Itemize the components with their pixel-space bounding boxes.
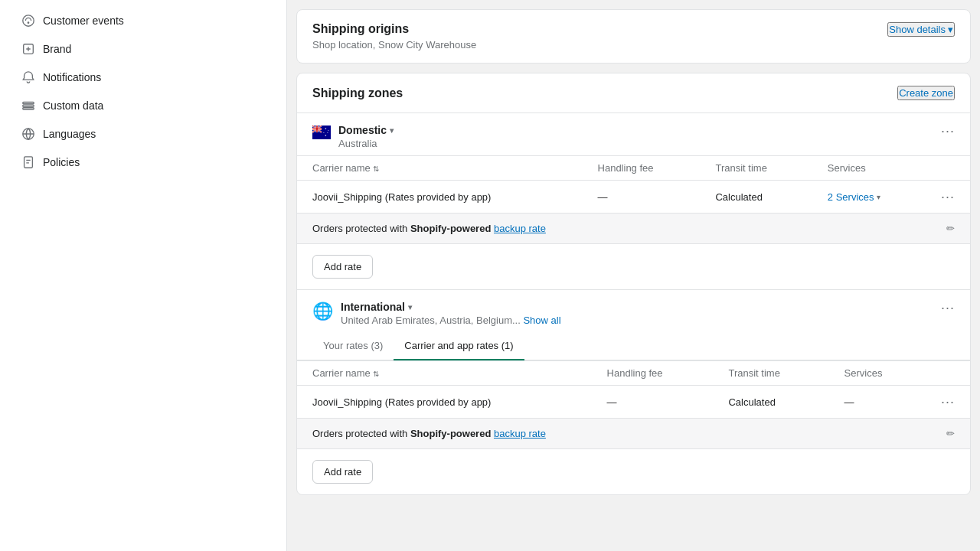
sidebar-item-languages[interactable]: Languages xyxy=(6,120,280,148)
svg-text:★: ★ xyxy=(325,127,327,130)
international-zone-header: 🌐 International ▾ United Arab Emirates, … xyxy=(297,290,970,332)
international-zone-name: International ▾ xyxy=(341,301,561,313)
international-handling-fee: — xyxy=(592,386,714,419)
shipping-origins-info: Shipping origins Shop location, Snow Cit… xyxy=(312,22,476,51)
customer-events-icon xyxy=(21,14,35,28)
domestic-zone-countries: Australia xyxy=(338,138,394,149)
domestic-handling-fee: — xyxy=(583,181,701,214)
international-col-handling: Handling fee xyxy=(592,361,714,386)
services-dropdown-icon: ▾ xyxy=(877,193,880,201)
domestic-services: 2 Services ▾ xyxy=(812,181,926,214)
domestic-add-rate-section: Add rate xyxy=(297,244,970,289)
svg-text:★: ★ xyxy=(325,134,327,137)
svg-rect-6 xyxy=(24,157,33,168)
domestic-zone-info: Domestic ▾ Australia xyxy=(338,124,394,149)
international-add-rate-button[interactable]: Add rate xyxy=(312,460,373,484)
shipping-zones-title: Shipping zones xyxy=(312,86,403,100)
svg-rect-4 xyxy=(23,105,34,106)
domestic-rate-menu-button[interactable]: ··· xyxy=(941,189,955,204)
domestic-zone-dropdown-icon[interactable]: ▾ xyxy=(390,126,394,135)
show-details-button[interactable]: Show details ▾ xyxy=(887,22,955,37)
chevron-down-icon: ▾ xyxy=(948,24,953,35)
sidebar-item-policies-label: Policies xyxy=(43,156,80,168)
international-zone-tabs: Your rates (3) Carrier and app rates (1) xyxy=(297,332,970,360)
international-protected-text: Orders protected with Shopify-powered ba… xyxy=(312,428,546,439)
tab-your-rates[interactable]: Your rates (3) xyxy=(312,332,394,360)
domestic-carrier-name: Joovii_Shipping (Rates provided by app) xyxy=(297,181,583,214)
sidebar-item-notifications-label: Notifications xyxy=(43,71,101,83)
sidebar: Customer events Brand Notifications Cust… xyxy=(0,0,287,551)
sidebar-item-custom-data-label: Custom data xyxy=(43,99,103,112)
domestic-rate-row: Joovii_Shipping (Rates provided by app) … xyxy=(297,181,970,214)
international-col-transit: Transit time xyxy=(713,361,828,386)
domestic-transit-time: Calculated xyxy=(700,181,812,214)
shipping-zones-card: Shipping zones Create zone xyxy=(296,73,971,495)
domestic-protected-banner: Orders protected with Shopify-powered ba… xyxy=(297,213,970,244)
svg-point-1 xyxy=(28,21,30,24)
domestic-protected-edit-button[interactable]: ✏ xyxy=(946,223,955,234)
international-zone-countries: United Arab Emirates, Austria, Belgium..… xyxy=(341,315,561,326)
international-col-actions xyxy=(926,361,970,386)
domestic-zone-menu-button[interactable]: ··· xyxy=(941,124,955,138)
domestic-col-actions xyxy=(926,156,970,181)
policies-icon xyxy=(21,155,35,169)
main-content: Shipping origins Shop location, Snow Cit… xyxy=(287,0,980,551)
domestic-zone: ★ ★ ★ ★ ★ Domestic ▾ Australia ··· xyxy=(297,112,970,289)
shipping-origins-card: Shipping origins Shop location, Snow Cit… xyxy=(296,9,971,64)
shipping-origins-header: Shipping origins Shop location, Snow Cit… xyxy=(297,10,970,63)
international-zone: 🌐 International ▾ United Arab Emirates, … xyxy=(297,289,970,494)
svg-rect-3 xyxy=(23,103,34,104)
international-rate-table: Carrier name ⇅ Handling fee Transit time… xyxy=(297,360,970,418)
shipping-zones-header: Shipping zones Create zone xyxy=(297,73,970,112)
sidebar-item-customer-events-label: Customer events xyxy=(43,15,124,27)
shipping-origins-title: Shipping origins xyxy=(312,22,476,36)
international-add-rate-section: Add rate xyxy=(297,449,970,494)
international-zone-info: International ▾ United Arab Emirates, Au… xyxy=(341,301,561,326)
sidebar-item-policies[interactable]: Policies xyxy=(6,148,280,176)
sidebar-item-brand-label: Brand xyxy=(43,43,71,55)
domestic-add-rate-button[interactable]: Add rate xyxy=(312,255,373,279)
svg-rect-5 xyxy=(23,108,34,109)
international-col-carrier: Carrier name ⇅ xyxy=(297,361,592,386)
domestic-col-services: Services xyxy=(812,156,926,181)
domestic-col-transit: Transit time xyxy=(700,156,812,181)
domestic-zone-name-text: Domestic xyxy=(338,124,387,136)
international-rate-row: Joovii_Shipping (Rates provided by app) … xyxy=(297,386,970,419)
sidebar-item-custom-data[interactable]: Custom data xyxy=(6,92,280,119)
domestic-services-link[interactable]: 2 Services ▾ xyxy=(828,191,910,203)
sidebar-item-languages-label: Languages xyxy=(43,128,96,140)
show-all-countries-link[interactable]: Show all xyxy=(523,315,560,326)
domestic-zone-name: Domestic ▾ xyxy=(338,124,394,136)
shipping-origins-subtitle: Shop location, Snow City Warehouse xyxy=(312,39,476,51)
international-protected-edit-button[interactable]: ✏ xyxy=(946,428,955,439)
international-zone-header-left: 🌐 International ▾ United Arab Emirates, … xyxy=(312,301,561,326)
brand-icon xyxy=(21,42,35,56)
create-zone-button[interactable]: Create zone xyxy=(897,86,955,100)
international-zone-dropdown-icon[interactable]: ▾ xyxy=(408,303,412,311)
international-protected-banner: Orders protected with Shopify-powered ba… xyxy=(297,418,970,449)
sidebar-item-customer-events[interactable]: Customer events xyxy=(6,7,280,34)
domestic-col-carrier: Carrier name ⇅ xyxy=(297,156,583,181)
international-transit-time: Calculated xyxy=(713,386,828,419)
svg-point-0 xyxy=(23,15,34,26)
international-backup-rate-link[interactable]: backup rate xyxy=(494,428,546,439)
custom-data-icon xyxy=(21,99,35,112)
domestic-protected-text: Orders protected with Shopify-powered ba… xyxy=(312,223,546,234)
domestic-rate-table: Carrier name ⇅ Handling fee Transit time… xyxy=(297,155,970,213)
international-zone-name-text: International xyxy=(341,301,405,313)
international-carrier-name: Joovii_Shipping (Rates provided by app) xyxy=(297,386,592,419)
domestic-col-handling: Handling fee xyxy=(583,156,701,181)
languages-icon xyxy=(21,127,35,141)
international-rate-menu-button[interactable]: ··· xyxy=(941,394,955,409)
globe-icon: 🌐 xyxy=(312,302,333,321)
sidebar-item-notifications[interactable]: Notifications xyxy=(6,64,280,91)
domestic-backup-rate-link[interactable]: backup rate xyxy=(494,223,546,234)
sidebar-item-brand[interactable]: Brand xyxy=(6,35,280,63)
international-col-services: Services xyxy=(829,361,926,386)
domestic-zone-header-left: ★ ★ ★ ★ ★ Domestic ▾ Australia xyxy=(312,124,394,149)
tab-carrier-app-rates[interactable]: Carrier and app rates (1) xyxy=(394,332,524,360)
notifications-icon xyxy=(21,70,35,84)
international-zone-menu-button[interactable]: ··· xyxy=(941,301,955,315)
domestic-zone-header: ★ ★ ★ ★ ★ Domestic ▾ Australia ··· xyxy=(297,113,970,155)
international-services: — xyxy=(829,386,926,419)
